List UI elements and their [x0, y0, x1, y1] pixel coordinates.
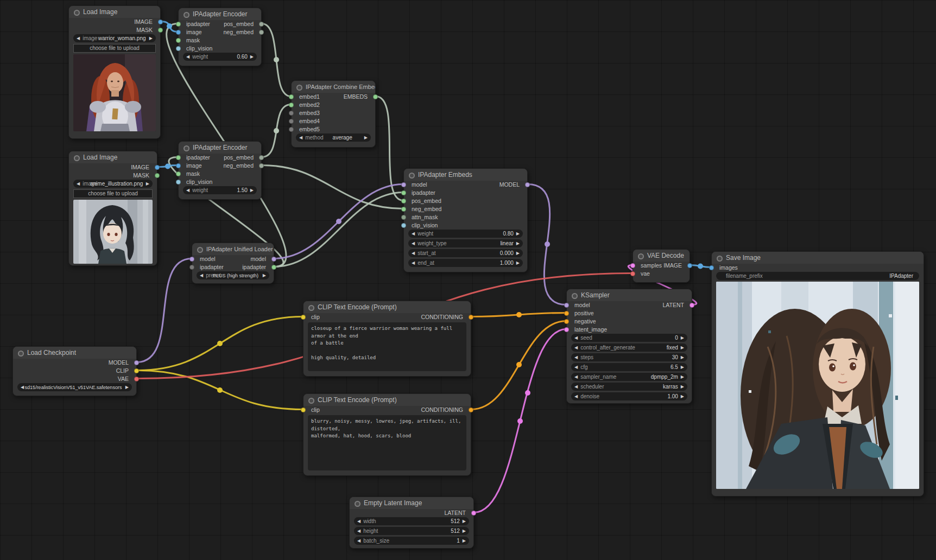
node-vae-decode[interactable]: VAE Decode samplesIMAGE vae	[633, 249, 690, 283]
positive-input-port[interactable]	[564, 311, 569, 316]
height-widget[interactable]: ◀height512▶	[354, 527, 469, 535]
neg-embed-output-port[interactable]	[259, 163, 264, 168]
node-title-bar[interactable]: IPAdapter Encoder	[179, 142, 261, 154]
prev-arrow-icon[interactable]: ◀	[186, 186, 189, 194]
node-title-bar[interactable]: IPAdapter Combine Embeds	[292, 81, 375, 93]
ipadapter-output-port[interactable]	[271, 265, 276, 270]
prev-arrow-icon[interactable]: ◀	[77, 34, 80, 42]
conditioning-output-port[interactable]	[469, 408, 473, 412]
node-title-bar[interactable]: KSampler	[567, 289, 692, 301]
next-arrow-icon[interactable]: ▶	[681, 334, 684, 342]
model-input-port[interactable]	[189, 257, 194, 262]
next-arrow-icon[interactable]: ▶	[463, 527, 466, 535]
mask-input-port[interactable]	[176, 171, 181, 176]
image-input-port[interactable]	[176, 30, 181, 35]
embeds-output-port[interactable]	[373, 94, 378, 99]
next-arrow-icon[interactable]: ▶	[146, 180, 149, 188]
ipadapter-input-port[interactable]	[176, 155, 181, 160]
conditioning-output-port[interactable]	[469, 315, 473, 320]
node-load-image-1[interactable]: Load Image IMAGE MASK ◀imagewarrior_woma…	[68, 5, 161, 139]
width-widget[interactable]: ◀width512▶	[354, 517, 469, 525]
embed1-input-port[interactable]	[289, 94, 294, 99]
node-ipadapter-unified-loader[interactable]: IPAdapter Unified Loader modelmodel ipad…	[192, 243, 274, 284]
embed4-input-port[interactable]	[289, 119, 294, 124]
neg-embed-input-port[interactable]	[401, 207, 406, 212]
node-clip-text-encode-negative[interactable]: CLIP Text Encode (Prompt) clipCONDITIONI…	[303, 393, 471, 476]
prev-arrow-icon[interactable]: ◀	[186, 53, 189, 61]
collapse-dot[interactable]	[18, 351, 24, 357]
node-title-bar[interactable]: IPAdapter Encoder	[179, 8, 261, 20]
batch-size-widget[interactable]: ◀batch_size1▶	[354, 537, 469, 545]
pos-embed-output-port[interactable]	[259, 155, 264, 160]
model-output-port[interactable]	[134, 360, 139, 365]
next-arrow-icon[interactable]: ▶	[681, 353, 684, 361]
embed3-input-port[interactable]	[289, 111, 294, 116]
ipadapter-input-port[interactable]	[189, 265, 194, 270]
latent-output-port[interactable]	[690, 303, 694, 308]
prev-arrow-icon[interactable]: ◀	[412, 239, 415, 247]
collapse-dot[interactable]	[572, 293, 578, 299]
next-arrow-icon[interactable]: ▶	[463, 517, 466, 525]
clip-vision-input-port[interactable]	[176, 180, 181, 184]
prev-arrow-icon[interactable]: ◀	[574, 334, 578, 342]
node-title-bar[interactable]: Save Image	[712, 252, 924, 264]
prev-arrow-icon[interactable]: ◀	[574, 392, 578, 400]
next-arrow-icon[interactable]: ▶	[263, 271, 266, 279]
filename-prefix-widget[interactable]: filename_prefixIPAdapter	[716, 272, 919, 280]
image-input-port[interactable]	[176, 163, 181, 168]
sampler-name-widget[interactable]: ◀sampler_namedpmpp_2m▶	[571, 373, 687, 381]
next-arrow-icon[interactable]: ▶	[125, 383, 129, 391]
next-arrow-icon[interactable]: ▶	[681, 392, 684, 400]
next-arrow-icon[interactable]: ▶	[463, 537, 466, 545]
weight-widget[interactable]: ◀weight0.60▶	[183, 53, 257, 61]
prev-arrow-icon[interactable]: ◀	[412, 230, 415, 238]
embed5-input-port[interactable]	[289, 127, 294, 132]
collapse-dot[interactable]	[184, 12, 189, 18]
node-ipadapter-encoder-1[interactable]: IPAdapter Encoder ipadapterpos_embed ima…	[178, 8, 262, 66]
latent-image-input-port[interactable]	[564, 327, 569, 332]
prompt-textarea[interactable]: closeup of a fierce warrior woman wearin…	[308, 322, 466, 371]
end-at-widget[interactable]: ◀end_at1.000▶	[408, 259, 523, 267]
next-arrow-icon[interactable]: ▶	[149, 34, 153, 42]
collapse-dot[interactable]	[74, 10, 80, 16]
weight-widget[interactable]: ◀weight1.50▶	[183, 186, 257, 194]
collapse-dot[interactable]	[184, 145, 189, 151]
node-graph-canvas[interactable]: Load Image IMAGE MASK ◀imagewarrior_woma…	[0, 0, 936, 560]
node-title-bar[interactable]: CLIP Text Encode (Prompt)	[303, 301, 471, 313]
control-after-generate-widget[interactable]: ◀control_after_generatefixed▶	[571, 343, 687, 352]
start-at-widget[interactable]: ◀start_at0.000▶	[408, 249, 523, 257]
image-output-port[interactable]	[155, 165, 160, 170]
node-ipadapter-embeds[interactable]: IPAdapter Embeds modelMODEL ipadapter po…	[403, 168, 528, 272]
node-title-bar[interactable]: Load Image	[69, 6, 160, 18]
node-title-bar[interactable]: CLIP Text Encode (Prompt)	[303, 394, 471, 406]
node-ipadapter-encoder-2[interactable]: IPAdapter Encoder ipadapterpos_embed ima…	[178, 141, 262, 200]
model-output-port[interactable]	[271, 257, 276, 262]
collapse-dot[interactable]	[308, 305, 314, 311]
prev-arrow-icon[interactable]: ◀	[357, 537, 361, 545]
next-arrow-icon[interactable]: ▶	[681, 383, 684, 391]
upload-button[interactable]: choose file to upload	[73, 189, 153, 198]
clip-vision-input-port[interactable]	[176, 46, 181, 51]
image-select-widget[interactable]: ◀imageanime_illustration.png▶	[73, 180, 153, 188]
prev-arrow-icon[interactable]: ◀	[574, 343, 578, 352]
scheduler-widget[interactable]: ◀schedulerkarras▶	[571, 383, 687, 391]
vae-input-port[interactable]	[630, 271, 635, 276]
next-arrow-icon[interactable]: ▶	[364, 133, 368, 142]
prev-arrow-icon[interactable]: ◀	[357, 527, 361, 535]
ckpt-name-widget[interactable]: ◀sd15/realisticVisionV51_v51VAE.safetens…	[17, 383, 132, 391]
mask-input-port[interactable]	[176, 38, 181, 43]
node-title-bar[interactable]: Load Image	[69, 151, 157, 163]
collapse-dot[interactable]	[638, 253, 644, 259]
vae-output-port[interactable]	[134, 377, 139, 381]
node-title-bar[interactable]: IPAdapter Embeds	[404, 169, 527, 181]
mask-output-port[interactable]	[155, 173, 160, 178]
attn-mask-input-port[interactable]	[401, 215, 406, 220]
images-input-port[interactable]	[709, 265, 714, 270]
next-arrow-icon[interactable]: ▶	[250, 53, 254, 61]
pos-embed-input-port[interactable]	[401, 199, 406, 203]
next-arrow-icon[interactable]: ▶	[681, 373, 684, 381]
prev-arrow-icon[interactable]: ◀	[77, 180, 80, 188]
cfg-widget[interactable]: ◀cfg6.5▶	[571, 363, 687, 371]
image-output-port[interactable]	[687, 263, 692, 268]
node-save-image[interactable]: Save Image images filename_prefixIPAdapt…	[711, 251, 924, 497]
